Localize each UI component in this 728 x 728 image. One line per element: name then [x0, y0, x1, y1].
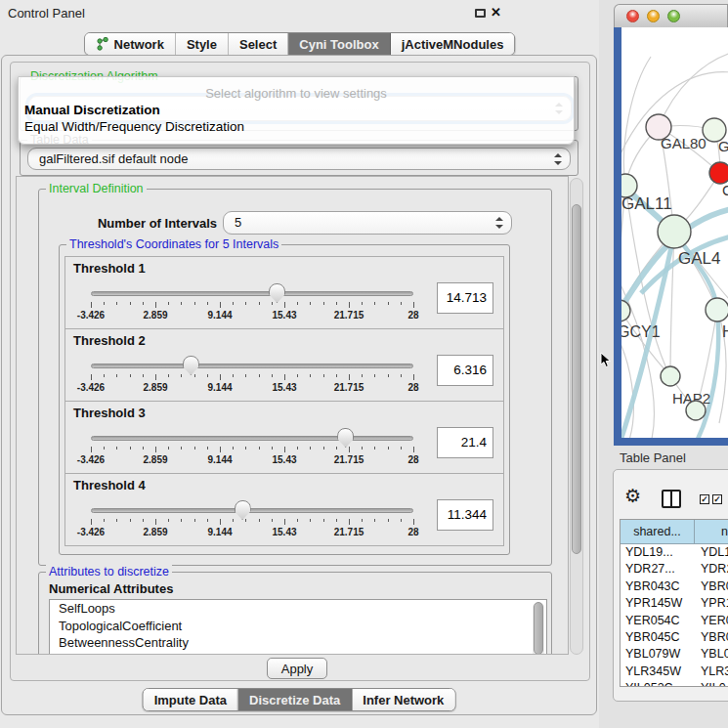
table-row[interactable]: YER054CYER0 — [621, 613, 728, 629]
tick-mark — [104, 374, 105, 377]
zoom-window-icon[interactable] — [667, 10, 680, 22]
network-node-hap2[interactable] — [661, 366, 680, 386]
network-node-gal4[interactable] — [658, 215, 691, 248]
network-node-c[interactable] — [709, 162, 728, 184]
attribute-item-betweennesscentrality[interactable]: BetweennessCentrality — [50, 634, 546, 652]
tick-mark — [323, 447, 324, 450]
network-edge[interactable] — [659, 53, 728, 127]
tick-label: 15.43 — [263, 382, 306, 393]
threshold-slider[interactable] — [91, 436, 413, 441]
number-of-intervals-combobox[interactable]: 5 — [223, 211, 512, 235]
table-row[interactable]: YBL079WYBL0 — [621, 646, 728, 663]
attribute-item-selfloops[interactable]: SelfLoops — [50, 600, 546, 618]
close-panel-icon[interactable]: ✕ — [491, 5, 501, 20]
tick-mark — [310, 302, 311, 305]
combo-arrows-icon — [495, 217, 502, 229]
table-row[interactable]: YDR27...YDR2 — [621, 561, 728, 578]
attributes-group: Attributes to discretize Numerical Attri… — [38, 572, 552, 655]
split-columns-icon[interactable] — [662, 490, 681, 508]
cell-shared-name: YBL079W — [625, 647, 680, 661]
tick-mark — [374, 302, 375, 305]
tab-impute-data[interactable]: Impute Data — [144, 689, 238, 710]
tick-label: 2.859 — [134, 382, 177, 393]
tick-mark — [349, 447, 350, 452]
slider-thumb[interactable] — [183, 356, 199, 375]
table-row[interactable]: YIL052CYIL0 — [621, 680, 728, 687]
tab-select[interactable]: Select — [229, 33, 288, 55]
tick-label: 9.144 — [198, 310, 241, 321]
table-row[interactable]: YPR145WYPR1 — [621, 595, 728, 612]
control-panel-titlebar: Control Panel ✕ — [0, 0, 599, 25]
table-data-combobox[interactable]: galFiltered.sif default node — [27, 148, 571, 170]
tick-mark — [401, 447, 402, 450]
tick-label: 28 — [392, 454, 435, 465]
node-label: GCY1 — [621, 323, 661, 340]
tick-mark — [220, 374, 221, 380]
tab-network[interactable]: Network — [85, 33, 176, 55]
network-node-h[interactable] — [706, 298, 728, 321]
table-row[interactable]: YBR043CYBR0 — [621, 578, 728, 595]
tick-mark — [168, 519, 169, 522]
minimize-window-icon[interactable] — [647, 10, 660, 22]
tick-label: 9.144 — [198, 527, 241, 537]
tick-mark — [194, 302, 195, 305]
network-canvas[interactable]: GAL80GACGAL11GAL4GCY1HHAP2 — [621, 27, 728, 438]
threshold-value-field[interactable]: 6.316 — [437, 355, 493, 386]
table-row[interactable]: YDL19...YDL1 — [621, 544, 728, 561]
node-label: GAL4 — [678, 249, 720, 268]
tick-mark — [233, 447, 234, 450]
slider-thumb[interactable] — [269, 283, 285, 303]
tick-mark — [168, 447, 169, 450]
panel-vertical-scrollbar[interactable] — [570, 178, 583, 655]
tick-mark — [181, 519, 182, 522]
close-window-icon[interactable] — [626, 10, 639, 22]
threshold-value-field[interactable]: 11.344 — [437, 499, 493, 531]
tick-mark — [104, 302, 105, 305]
checkbox-icon[interactable]: ✓ — [700, 494, 709, 504]
dropdown-option-equal-width-frequency-discretization[interactable]: Equal Width/Frequency Discretization — [24, 119, 244, 134]
table-row[interactable]: YLR345WYLR3 — [621, 664, 728, 680]
tab-cyni-toolbox[interactable]: Cyni Toolbox — [288, 33, 390, 55]
float-panel-icon[interactable] — [475, 9, 486, 18]
numerical-attributes-list[interactable]: SelfLoopsTopologicalCoefficientBetweenne… — [49, 599, 547, 655]
tab-jactivemnodules[interactable]: jActiveMNodules — [391, 33, 515, 55]
threshold-panel-threshold-2: Threshold 2-3.4262.8599.14415.4321.71528… — [64, 328, 504, 402]
apply-button[interactable]: Apply — [267, 658, 327, 679]
tick-mark — [207, 374, 208, 377]
network-window-titlebar[interactable] — [614, 4, 728, 27]
attribute-item-topologicalcoefficient[interactable]: TopologicalCoefficient — [50, 618, 546, 635]
network-node[interactable] — [686, 401, 706, 420]
tick-mark — [374, 447, 375, 450]
slider-thumb[interactable] — [337, 428, 354, 448]
threshold-slider[interactable] — [91, 508, 413, 513]
threshold-slider[interactable] — [91, 291, 413, 296]
threshold-slider[interactable] — [91, 364, 413, 368]
gear-icon[interactable]: ⚙ — [624, 487, 641, 505]
tick-mark — [233, 519, 234, 522]
tick-mark — [155, 519, 156, 525]
tick-label: 21.715 — [327, 382, 370, 393]
attributes-list-scrollbar[interactable] — [533, 602, 544, 655]
tick-mark — [362, 374, 363, 377]
node-table: shared... n YDL19...YDL1YDR27...YDR2YBR0… — [620, 519, 728, 687]
tab-infer-network[interactable]: Infer Network — [352, 689, 454, 710]
column-header-name[interactable]: n — [695, 520, 728, 544]
dropdown-option-manual-discretization[interactable]: Manual Discretization — [24, 103, 160, 117]
tick-label: 15.43 — [263, 527, 306, 537]
tick-mark — [181, 447, 182, 450]
cell-name: YBL0 — [701, 647, 728, 661]
tick-mark — [143, 447, 144, 450]
tab-discretize-data[interactable]: Discretize Data — [238, 689, 352, 710]
threshold-panels: Threshold 1-3.4262.8599.14415.4321.71528… — [64, 257, 504, 546]
table-row[interactable]: YBR045CYBR0 — [621, 629, 728, 646]
settings-viewport: Interval Definition Number of Intervals … — [16, 176, 569, 655]
threshold-value-field[interactable]: 14.713 — [437, 282, 493, 314]
column-header-shared-name[interactable]: shared... — [621, 520, 695, 544]
slider-thumb[interactable] — [235, 500, 251, 520]
table-rows: YDL19...YDL1YDR27...YDR2YBR043CYBR0YPR14… — [621, 544, 728, 687]
threshold-value-field[interactable]: 21.4 — [437, 427, 493, 458]
tab-style[interactable]: Style — [176, 33, 229, 55]
tick-mark — [143, 302, 144, 305]
checkbox-icon[interactable]: ✓ — [712, 494, 722, 504]
tick-mark — [155, 374, 156, 380]
